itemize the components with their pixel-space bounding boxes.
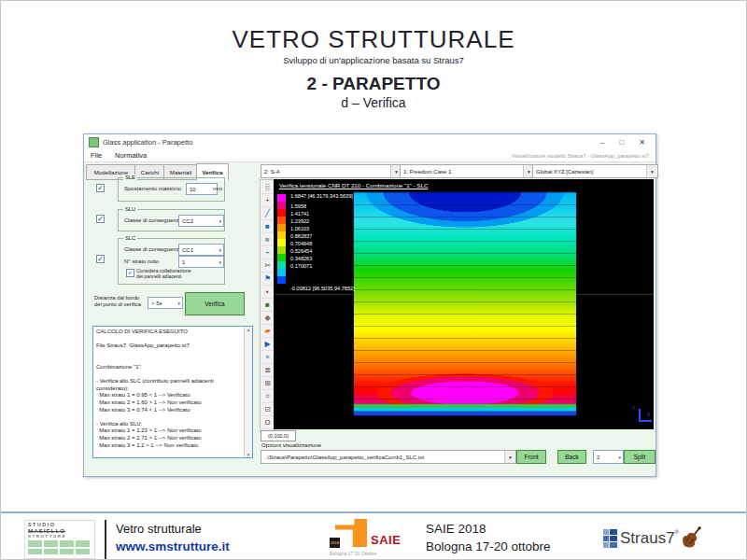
saie-logo-caption: Bologna 17 20 Ottobre	[330, 551, 376, 556]
studio-logo-line3: STRUTTURE	[28, 534, 92, 539]
legend-cell	[277, 269, 286, 276]
plot-title: Verifica tensionale CNR DT 210 - Combina…	[279, 182, 428, 189]
chevron-down-icon: ▼	[646, 165, 657, 177]
slu-group-title: SLU	[123, 206, 137, 212]
legend-cell	[277, 209, 286, 217]
solid-icon[interactable]: ■	[261, 299, 274, 312]
app-icon	[89, 137, 99, 147]
brush-icon[interactable]: ▰	[261, 325, 274, 338]
result-file-combo[interactable]: ..\Straus\Parapetto\GlassApp_parapetto_v…	[261, 450, 516, 464]
chevron-down-icon: ▼	[504, 451, 515, 463]
title-bar[interactable]: Glass application - Parapetto – □ ✕	[84, 134, 655, 149]
studio-logo-grid	[28, 540, 92, 554]
slu-class-select[interactable]: CC2 ▾	[178, 215, 224, 227]
edge-distance-value: > 5s	[151, 301, 162, 306]
result-case-value: 2: S-A	[264, 169, 280, 175]
legend-label: 1.06103	[290, 226, 309, 231]
status-badge: (0,100,0)	[261, 430, 296, 441]
model-viewport[interactable]: Verifica tensionale CNR DT 210 - Combina…	[274, 179, 654, 429]
brand-block: Vetro strutturale www.smstrutture.it	[116, 522, 230, 553]
drag-handle-icon[interactable]: ⣿	[261, 181, 274, 194]
legend-cell	[277, 202, 286, 209]
event-title: SAIE 2018	[426, 522, 551, 536]
sle-unit: mm	[213, 186, 222, 191]
page-select-value: 2	[597, 455, 599, 460]
saie-logo: 2018 SAIE Bologna 17 20 Ottobre	[330, 517, 419, 560]
straus7-pixel-icon	[603, 529, 617, 548]
event-dates: Bologna 17-20 ottobre	[426, 539, 551, 553]
adjacent-panels-checkbox[interactable]: ✓	[126, 269, 134, 277]
studio-logo-line2: MASIELLO	[28, 527, 92, 534]
chevron-down-icon: ▾	[217, 218, 223, 224]
plate-icon[interactable]: ■	[261, 220, 274, 233]
freedom-case-combo[interactable]: 1: Freedom Case 1 ▼	[400, 164, 535, 178]
slc-broken-layer-label: N° strato rotto	[124, 259, 159, 264]
cut-icon[interactable]: ✂	[261, 259, 274, 273]
footer-vertical-divider	[105, 520, 106, 559]
link-icon[interactable]: ⌁	[261, 246, 274, 259]
legend-cell	[277, 217, 286, 224]
legend-label: 0.526454	[290, 248, 312, 254]
select-arrow-icon[interactable]: +	[261, 194, 274, 207]
node-icon[interactable]: ▪	[261, 286, 274, 299]
box-icon[interactable]: ⊡	[261, 403, 274, 416]
result-case-combo[interactable]: 2: S-A ▼	[261, 164, 402, 178]
menu-normativa[interactable]: Normativa	[115, 151, 147, 160]
sle-checkbox[interactable]: ✓	[96, 184, 105, 192]
viewer-caption: Visualizzatore modello Straus7 - GlassAp…	[512, 153, 649, 159]
legend-min-label: -0.00812 [96.5035,94.7852]	[290, 286, 355, 291]
minimize-button[interactable]: –	[600, 138, 604, 147]
app-window: Glass application - Parapetto – □ ✕ File…	[83, 133, 656, 477]
freedom-case-value: 1: Freedom Case 1	[403, 169, 451, 175]
coordinate-system-combo[interactable]: Global XYZ [Cartesian] ▼	[532, 164, 658, 178]
split-button[interactable]: Split	[624, 450, 655, 464]
slc-class-select[interactable]: CC1 ▾	[178, 244, 224, 256]
event-block: SAIE 2018 Bologna 17-20 ottobre	[426, 522, 551, 553]
play-icon[interactable]: ▶	[261, 338, 274, 351]
slc-checkbox[interactable]: ✓	[96, 255, 105, 263]
front-button[interactable]: Front	[516, 450, 546, 464]
edge-distance-select[interactable]: > 5s ▾	[148, 297, 183, 309]
back-button[interactable]: Back	[557, 450, 586, 464]
options-label: Opzioni visualizzazione	[261, 441, 321, 448]
close-button[interactable]: ✕	[639, 138, 645, 147]
page-select[interactable]: 2 ▾	[593, 450, 624, 464]
legend-label: 0.882837	[290, 233, 312, 239]
straus7-logo: Straus7®	[603, 524, 700, 553]
brick-icon[interactable]: ■	[261, 233, 274, 246]
maximize-button[interactable]: □	[619, 138, 624, 147]
slu-checkbox[interactable]: ✓	[96, 215, 105, 223]
eraser-icon[interactable]: ◆	[261, 312, 274, 325]
brand-url: www.smstrutture.it	[116, 539, 230, 553]
legend-cell	[277, 254, 286, 261]
verification-output[interactable]: CALCOLO DI VERIFICA ESEGUITO File Straus…	[92, 326, 253, 458]
menu-file[interactable]: File	[91, 151, 102, 160]
slc-group: SLC Classe di conseguenza CC1 ▾ N° strat…	[118, 238, 225, 285]
sle-label: Spostamento massimo	[124, 186, 181, 191]
adjacent-panels-label: Considera collaborazione dei pannelli ad…	[136, 268, 191, 279]
scroll-up-icon[interactable]: ▲	[247, 327, 251, 332]
saie-logo-shape	[335, 519, 367, 547]
flag-icon[interactable]: ⚑	[261, 273, 274, 286]
table-icon[interactable]: ⊞	[261, 377, 274, 390]
output-scrollbar[interactable]: ▲ ▼	[244, 327, 252, 457]
scroll-down-icon[interactable]: ▼	[247, 452, 251, 457]
sle-group-title: SLE	[123, 175, 137, 180]
legend-label: 0.348263	[290, 256, 312, 261]
broken-layer-select[interactable]: 1 ▾	[178, 256, 224, 268]
fast-forward-icon[interactable]: »	[261, 351, 274, 364]
legend-cell	[277, 239, 286, 246]
legend-cell	[277, 276, 286, 284]
slu-label: Classe di conseguenza	[124, 217, 182, 223]
slide-header: VETRO STRUTTURALE Sviluppo di un'applica…	[1, 25, 746, 110]
mesh-icon[interactable]: ⌗	[261, 390, 274, 403]
layers-icon[interactable]: ≣	[261, 364, 274, 377]
brand-title: Vetro strutturale	[116, 522, 230, 536]
contour-plot	[353, 191, 577, 416]
omega-icon[interactable]: Ω	[261, 416, 274, 429]
verifica-button[interactable]: Verifica	[185, 292, 245, 315]
chevron-down-icon: ▾	[217, 259, 223, 265]
slc-class-value: CC1	[182, 247, 193, 253]
draw-line-icon[interactable]: ╱	[261, 207, 274, 220]
studio-masiello-logo: STUDIO MASIELLO STRUTTURE	[24, 520, 95, 559]
